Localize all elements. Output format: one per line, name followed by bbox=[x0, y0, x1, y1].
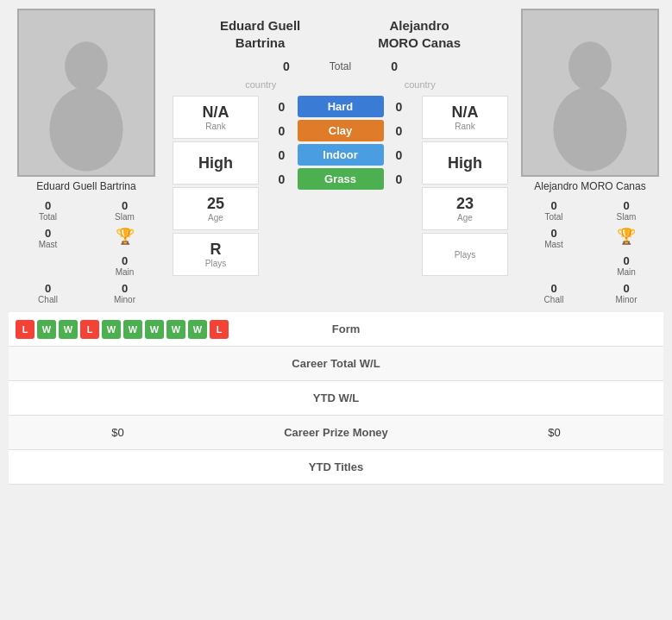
svg-point-1 bbox=[49, 87, 122, 172]
form-label: Form bbox=[236, 316, 456, 342]
ytd-titles-row: YTD Titles bbox=[9, 450, 663, 485]
left-country-flag: country bbox=[245, 79, 276, 90]
ytd-titles-right bbox=[445, 460, 663, 474]
right-player-stats: 0 Total 0 Slam 0 Mast 🏆 0 Main bbox=[517, 196, 663, 308]
right-slam-stat: 0 Slam bbox=[591, 197, 662, 223]
right-trophy-icon-area: 🏆 bbox=[591, 225, 662, 251]
right-plays-card: Plays bbox=[422, 233, 508, 276]
right-player-name: Alejandro MORO Canas bbox=[532, 177, 647, 196]
left-high-card: High bbox=[173, 141, 259, 185]
right-country-flag: country bbox=[405, 79, 436, 90]
right-rank-card: N/A Rank bbox=[422, 96, 508, 139]
career-total-left bbox=[9, 357, 227, 371]
grass-row: 0 Grass 0 bbox=[263, 168, 418, 190]
form-badge-w: W bbox=[166, 320, 185, 339]
ytd-wl-label: YTD W/L bbox=[227, 385, 445, 411]
bottom-section: LWWLWWWWWL Form Career Total W/L YTD W/L… bbox=[9, 312, 663, 485]
center-right-name: Alejandro MORO Canas bbox=[378, 17, 461, 51]
left-total-stat: 0 Total bbox=[10, 197, 85, 223]
country-flags-row: country country bbox=[164, 78, 517, 91]
left-trophy-icon-area: 🏆 bbox=[87, 225, 162, 251]
right-player-area: Alejandro MORO Canas 0 Total 0 Slam 0 Ma… bbox=[517, 9, 663, 308]
left-player-stats: 0 Total 0 Slam 0 Mast 🏆 0 Main bbox=[9, 196, 164, 308]
svg-point-0 bbox=[65, 41, 108, 91]
left-side-cards: N/A Rank High 25 Age R Plays bbox=[173, 96, 259, 276]
clay-row: 0 Clay 0 bbox=[263, 120, 418, 141]
form-badge-w: W bbox=[123, 320, 142, 339]
ytd-titles-left bbox=[9, 460, 227, 474]
total-scores-row: 0 Total 0 bbox=[164, 55, 517, 78]
right-chall-stat: 0 Chall bbox=[518, 280, 589, 306]
left-rank-card: N/A Rank bbox=[173, 96, 259, 139]
main-container: Eduard Guell Bartrina 0 Total 0 Slam 0 M… bbox=[0, 0, 672, 493]
left-player-area: Eduard Guell Bartrina 0 Total 0 Slam 0 M… bbox=[9, 9, 164, 308]
prize-label: Career Prize Money bbox=[227, 419, 445, 446]
left-trophy-icon: 🏆 bbox=[116, 227, 135, 246]
right-side-cards: N/A Rank High 23 Age Plays bbox=[422, 96, 508, 276]
ytd-wl-left bbox=[9, 391, 227, 405]
center-top-names: Eduard Guell Bartrina Alejandro MORO Can… bbox=[164, 9, 517, 55]
form-badge-l: L bbox=[80, 320, 99, 339]
right-main-stat: 0 Main bbox=[591, 253, 662, 279]
svg-point-2 bbox=[568, 41, 612, 91]
prize-left: $0 bbox=[9, 419, 227, 446]
career-total-row: Career Total W/L bbox=[9, 347, 663, 381]
career-total-label: Career Total W/L bbox=[227, 350, 445, 377]
left-player-avatar bbox=[17, 9, 155, 177]
surface-buttons-col: 0 Hard 0 0 Clay 0 0 Indoor 0 bbox=[263, 96, 418, 276]
right-mast-stat: 0 Mast bbox=[518, 225, 589, 251]
surfaces-area: N/A Rank High 25 Age R Plays bbox=[164, 91, 517, 280]
left-plays-card: R Plays bbox=[173, 233, 259, 276]
left-mast-stat: 0 Mast bbox=[10, 225, 85, 251]
right-minor-stat: 0 Minor bbox=[591, 280, 662, 306]
left-minor-stat: 0 Minor bbox=[87, 280, 162, 306]
ytd-wl-row: YTD W/L bbox=[9, 381, 663, 416]
players-comparison: Eduard Guell Bartrina 0 Total 0 Slam 0 M… bbox=[9, 9, 663, 308]
right-player-avatar bbox=[521, 9, 659, 177]
indoor-badge: Indoor bbox=[298, 144, 384, 166]
form-badge-w: W bbox=[59, 320, 78, 339]
prize-money-row: $0 Career Prize Money $0 bbox=[9, 416, 663, 450]
svg-point-3 bbox=[553, 87, 626, 172]
center-left-name: Eduard Guell Bartrina bbox=[220, 17, 300, 51]
left-age-card: 25 Age bbox=[173, 187, 259, 230]
form-badge-w: W bbox=[102, 320, 121, 339]
form-badges-left: LWWLWWWWWL bbox=[9, 313, 236, 346]
hard-row: 0 Hard 0 bbox=[263, 96, 418, 117]
right-trophy-icon: 🏆 bbox=[617, 227, 636, 246]
left-player-name: Eduard Guell Bartrina bbox=[35, 177, 137, 196]
grass-badge: Grass bbox=[298, 168, 384, 190]
right-total-stat: 0 Total bbox=[518, 197, 589, 223]
left-slam-stat: 0 Slam bbox=[87, 197, 162, 223]
career-total-right bbox=[445, 357, 663, 371]
indoor-row: 0 Indoor 0 bbox=[263, 144, 418, 166]
form-badge-w: W bbox=[188, 320, 207, 339]
left-chall-stat: 0 Chall bbox=[10, 280, 85, 306]
form-badge-l: L bbox=[210, 320, 229, 339]
left-main-stat: 0 Main bbox=[87, 253, 162, 279]
ytd-titles-label: YTD Titles bbox=[227, 454, 445, 480]
form-row: LWWLWWWWWL Form bbox=[9, 312, 663, 347]
right-high-card: High bbox=[422, 141, 508, 185]
ytd-wl-right bbox=[445, 391, 663, 405]
center-area: Eduard Guell Bartrina Alejandro MORO Can… bbox=[164, 9, 517, 280]
right-age-card: 23 Age bbox=[422, 187, 508, 230]
form-badge-w: W bbox=[37, 320, 56, 339]
form-badge-l: L bbox=[16, 320, 35, 339]
prize-right: $0 bbox=[445, 419, 663, 446]
form-badge-w: W bbox=[145, 320, 164, 339]
hard-badge: Hard bbox=[298, 96, 384, 117]
clay-badge: Clay bbox=[298, 120, 384, 141]
